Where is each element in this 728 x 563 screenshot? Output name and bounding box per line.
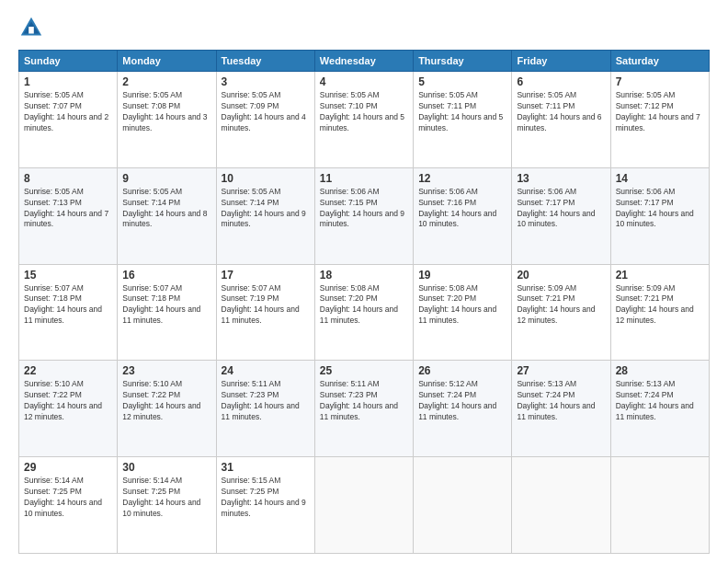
sunrise-label: Sunrise: 5:07 AM: [222, 283, 281, 293]
day-number: 20: [517, 269, 605, 282]
daylight-label: Daylight: 14 hours and 7 minutes.: [616, 112, 700, 132]
daylight-label: Daylight: 14 hours and 6 minutes.: [517, 112, 601, 132]
daylight-label: Daylight: 14 hours and 11 minutes.: [222, 401, 300, 421]
calendar-cell: [512, 457, 610, 554]
sunrise-label: Sunrise: 5:05 AM: [122, 90, 182, 99]
sunrise-label: Sunrise: 5:05 AM: [517, 90, 576, 99]
calendar-cell: 23 Sunrise: 5:10 AM Sunset: 7:22 PM Dayl…: [118, 361, 216, 457]
sunset-label: Sunset: 7:11 PM: [517, 101, 574, 110]
day-info: Sunrise: 5:09 AM Sunset: 7:21 PM Dayligh…: [517, 283, 605, 327]
page: SundayMondayTuesdayWednesdayThursdayFrid…: [0, 0, 728, 563]
day-header-tuesday: Tuesday: [216, 51, 314, 72]
sunset-label: Sunset: 7:14 PM: [122, 198, 180, 207]
day-header-wednesday: Wednesday: [314, 51, 413, 72]
day-number: 16: [122, 269, 210, 282]
day-info: Sunrise: 5:05 AM Sunset: 7:11 PM Dayligh…: [517, 90, 605, 134]
day-number: 17: [222, 269, 310, 282]
sunrise-label: Sunrise: 5:13 AM: [517, 379, 576, 388]
calendar-week-row: 1 Sunrise: 5:05 AM Sunset: 7:07 PM Dayli…: [19, 72, 710, 168]
calendar-cell: 19 Sunrise: 5:08 AM Sunset: 7:20 PM Dayl…: [414, 264, 512, 361]
calendar-cell: 24 Sunrise: 5:11 AM Sunset: 7:23 PM Dayl…: [216, 361, 314, 457]
sunset-label: Sunset: 7:25 PM: [222, 487, 279, 496]
sunrise-label: Sunrise: 5:07 AM: [122, 283, 182, 293]
calendar-cell: 2 Sunrise: 5:05 AM Sunset: 7:08 PM Dayli…: [118, 72, 216, 168]
day-number: 13: [517, 172, 605, 185]
sunset-label: Sunset: 7:18 PM: [24, 293, 82, 303]
sunrise-label: Sunrise: 5:07 AM: [24, 283, 84, 293]
day-number: 22: [24, 364, 112, 377]
day-number: 19: [418, 269, 506, 282]
day-number: 10: [222, 172, 310, 185]
day-number: 21: [616, 269, 704, 282]
day-number: 3: [222, 75, 310, 88]
day-info: Sunrise: 5:15 AM Sunset: 7:25 PM Dayligh…: [222, 476, 310, 520]
day-info: Sunrise: 5:05 AM Sunset: 7:09 PM Dayligh…: [222, 90, 310, 134]
daylight-label: Daylight: 14 hours and 11 minutes.: [418, 401, 496, 421]
sunrise-label: Sunrise: 5:05 AM: [418, 90, 478, 99]
sunset-label: Sunset: 7:25 PM: [24, 487, 82, 496]
sunset-label: Sunset: 7:17 PM: [616, 198, 674, 207]
calendar-week-row: 8 Sunrise: 5:05 AM Sunset: 7:13 PM Dayli…: [19, 167, 710, 264]
sunset-label: Sunset: 7:12 PM: [616, 101, 674, 110]
sunset-label: Sunset: 7:24 PM: [616, 390, 674, 399]
daylight-label: Daylight: 14 hours and 2 minutes.: [24, 112, 108, 132]
daylight-label: Daylight: 14 hours and 11 minutes.: [616, 401, 694, 421]
day-info: Sunrise: 5:14 AM Sunset: 7:25 PM Dayligh…: [24, 476, 112, 520]
sunset-label: Sunset: 7:13 PM: [24, 198, 82, 207]
sunset-label: Sunset: 7:08 PM: [122, 101, 180, 110]
daylight-label: Daylight: 14 hours and 10 minutes.: [517, 209, 595, 229]
sunrise-label: Sunrise: 5:08 AM: [418, 283, 478, 293]
sunset-label: Sunset: 7:24 PM: [418, 390, 476, 399]
sunrise-label: Sunrise: 5:05 AM: [222, 187, 281, 196]
calendar-cell: 7 Sunrise: 5:05 AM Sunset: 7:12 PM Dayli…: [610, 72, 709, 168]
calendar-cell: 4 Sunrise: 5:05 AM Sunset: 7:10 PM Dayli…: [314, 72, 413, 168]
day-info: Sunrise: 5:07 AM Sunset: 7:18 PM Dayligh…: [24, 283, 112, 327]
daylight-label: Daylight: 14 hours and 12 minutes.: [517, 304, 595, 325]
day-info: Sunrise: 5:06 AM Sunset: 7:16 PM Dayligh…: [418, 187, 506, 231]
day-number: 29: [24, 461, 112, 474]
sunrise-label: Sunrise: 5:06 AM: [517, 187, 576, 196]
sunset-label: Sunset: 7:18 PM: [122, 293, 180, 303]
sunset-label: Sunset: 7:15 PM: [320, 198, 378, 207]
day-info: Sunrise: 5:05 AM Sunset: 7:13 PM Dayligh…: [24, 187, 112, 231]
day-number: 18: [320, 269, 408, 282]
sunrise-label: Sunrise: 5:09 AM: [616, 283, 676, 293]
calendar-cell: 6 Sunrise: 5:05 AM Sunset: 7:11 PM Dayli…: [512, 72, 610, 168]
day-number: 30: [122, 461, 210, 474]
sunrise-label: Sunrise: 5:13 AM: [616, 379, 676, 388]
day-number: 5: [418, 75, 506, 88]
day-info: Sunrise: 5:05 AM Sunset: 7:14 PM Dayligh…: [222, 187, 310, 231]
daylight-label: Daylight: 14 hours and 8 minutes.: [122, 209, 207, 229]
daylight-label: Daylight: 14 hours and 11 minutes.: [517, 401, 595, 421]
day-info: Sunrise: 5:12 AM Sunset: 7:24 PM Dayligh…: [418, 379, 506, 423]
calendar-cell: 3 Sunrise: 5:05 AM Sunset: 7:09 PM Dayli…: [216, 72, 314, 168]
daylight-label: Daylight: 14 hours and 7 minutes.: [24, 209, 108, 229]
sunrise-label: Sunrise: 5:11 AM: [222, 379, 281, 388]
svg-rect-2: [28, 27, 34, 33]
calendar-header-row: SundayMondayTuesdayWednesdayThursdayFrid…: [19, 51, 710, 72]
day-number: 4: [320, 75, 408, 88]
daylight-label: Daylight: 14 hours and 3 minutes.: [122, 112, 207, 132]
day-header-monday: Monday: [118, 51, 216, 72]
daylight-label: Daylight: 14 hours and 12 minutes.: [24, 401, 102, 421]
day-info: Sunrise: 5:06 AM Sunset: 7:17 PM Dayligh…: [616, 187, 704, 231]
day-info: Sunrise: 5:14 AM Sunset: 7:25 PM Dayligh…: [122, 476, 210, 520]
day-number: 6: [517, 75, 605, 88]
calendar-cell: 29 Sunrise: 5:14 AM Sunset: 7:25 PM Dayl…: [19, 457, 118, 554]
day-number: 11: [320, 172, 408, 185]
day-info: Sunrise: 5:11 AM Sunset: 7:23 PM Dayligh…: [222, 379, 310, 423]
daylight-label: Daylight: 14 hours and 11 minutes.: [320, 304, 398, 325]
calendar-cell: [314, 457, 413, 554]
daylight-label: Daylight: 14 hours and 4 minutes.: [222, 112, 306, 132]
calendar-cell: 21 Sunrise: 5:09 AM Sunset: 7:21 PM Dayl…: [610, 264, 709, 361]
day-info: Sunrise: 5:07 AM Sunset: 7:19 PM Dayligh…: [222, 283, 310, 327]
calendar-cell: 1 Sunrise: 5:05 AM Sunset: 7:07 PM Dayli…: [19, 72, 118, 168]
calendar-cell: 12 Sunrise: 5:06 AM Sunset: 7:16 PM Dayl…: [414, 167, 512, 264]
day-info: Sunrise: 5:10 AM Sunset: 7:22 PM Dayligh…: [122, 379, 210, 423]
calendar-cell: 20 Sunrise: 5:09 AM Sunset: 7:21 PM Dayl…: [512, 264, 610, 361]
sunrise-label: Sunrise: 5:08 AM: [320, 283, 380, 293]
sunrise-label: Sunrise: 5:05 AM: [222, 90, 281, 99]
sunset-label: Sunset: 7:19 PM: [222, 293, 279, 303]
day-number: 2: [122, 75, 210, 88]
daylight-label: Daylight: 14 hours and 10 minutes.: [616, 209, 694, 229]
